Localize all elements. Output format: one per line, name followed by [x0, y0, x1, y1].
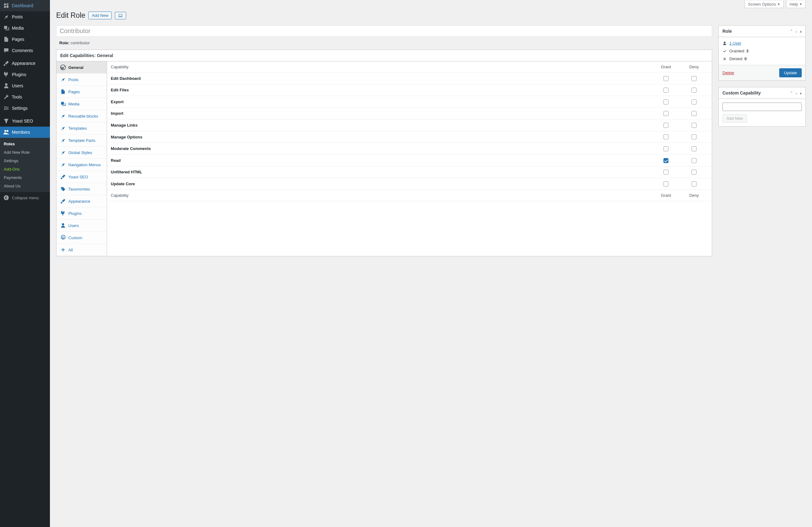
cap-tab-plugins[interactable]: Plugins: [57, 207, 107, 220]
cap-label: Manage Links: [111, 123, 652, 127]
sidebar-item-yoast-seo[interactable]: Yoast SEO: [0, 115, 50, 126]
cap-tab-media[interactable]: Media: [57, 98, 107, 110]
cap-tab-templates[interactable]: Templates: [57, 122, 107, 134]
cap-label: Unfiltered HTML: [111, 170, 652, 174]
sidebar-item-posts[interactable]: Posts: [0, 11, 50, 22]
cap-label: Read: [111, 158, 652, 163]
capabilities-title: Edit Capabilities: General: [57, 50, 712, 61]
cap-tab-custom[interactable]: Custom: [57, 232, 107, 244]
cap-row: Import: [107, 108, 712, 120]
custom-capability-input[interactable]: [722, 103, 802, 111]
grant-checkbox[interactable]: [664, 111, 668, 116]
submenu-item-settings[interactable]: Settings: [0, 156, 50, 165]
cap-row: Edit Dashboard: [107, 73, 712, 85]
sidebar-item-pages[interactable]: Pages: [0, 34, 50, 45]
sidebar-item-members[interactable]: Members: [0, 126, 50, 138]
cap-tab-global-styles[interactable]: Global Styles: [57, 147, 107, 159]
deny-checkbox[interactable]: [692, 158, 697, 163]
collapse-label: Collapse menu: [12, 196, 39, 200]
grant-checkbox[interactable]: [664, 134, 668, 139]
cap-tab-template-parts[interactable]: Template Parts: [57, 134, 107, 147]
role-name-input[interactable]: [56, 25, 712, 37]
submenu-item-payments[interactable]: Payments: [0, 174, 50, 182]
sidebar-item-settings[interactable]: Settings: [0, 103, 50, 114]
inbox-button[interactable]: [115, 12, 126, 19]
deny-checkbox[interactable]: [692, 123, 697, 128]
grant-checkbox[interactable]: [664, 123, 668, 128]
check-icon: [722, 49, 727, 53]
page-icon: [60, 89, 66, 94]
move-down-icon[interactable]: ⌄: [795, 91, 798, 95]
role-slug: Role: contributor: [56, 39, 712, 49]
submenu-item-about-us[interactable]: About Us: [0, 182, 50, 190]
delete-role-link[interactable]: Delete: [722, 71, 734, 75]
plug-icon: [3, 71, 9, 78]
capabilities-box: Edit Capabilities: General GeneralPostsP…: [56, 49, 712, 256]
sidebar-item-plugins[interactable]: Plugins: [0, 69, 50, 80]
toggle-icon[interactable]: ▴: [800, 29, 802, 33]
media-icon: [3, 25, 9, 31]
cap-label: Import: [111, 111, 652, 116]
add-new-role-button[interactable]: Add New: [88, 12, 112, 19]
grant-checkbox[interactable]: [664, 158, 668, 163]
deny-checkbox[interactable]: [692, 170, 697, 175]
cap-tab-navigation-menus[interactable]: Navigation Menus: [57, 159, 107, 171]
cap-tab-reusable-blocks[interactable]: Reusable blocks: [57, 110, 107, 122]
cap-row: Edit Files: [107, 85, 712, 96]
grant-checkbox[interactable]: [664, 181, 668, 186]
deny-checkbox[interactable]: [692, 88, 697, 93]
move-down-icon[interactable]: ⌄: [795, 29, 798, 33]
grant-checkbox[interactable]: [664, 170, 668, 175]
screen-options-tab[interactable]: Screen Options▼: [744, 1, 784, 8]
cap-tab-taxonomies[interactable]: Taxonomies: [57, 183, 107, 195]
grant-checkbox[interactable]: [664, 76, 668, 81]
pin-icon: [60, 77, 66, 82]
grant-checkbox[interactable]: [664, 100, 668, 104]
submenu-item-add-ons[interactable]: Add-Ons: [0, 165, 50, 174]
pin-icon: [3, 14, 9, 20]
users-icon: [3, 129, 9, 135]
move-up-icon[interactable]: ⌃: [790, 91, 793, 95]
add-capability-button[interactable]: Add New: [722, 114, 747, 123]
sidebar-item-comments[interactable]: Comments: [0, 45, 50, 56]
move-up-icon[interactable]: ⌃: [790, 29, 793, 33]
sidebar-item-media[interactable]: Media: [0, 22, 50, 34]
plus-icon: [60, 247, 66, 253]
sidebar-item-users[interactable]: Users: [0, 80, 50, 91]
cap-tab-general[interactable]: General: [57, 61, 107, 74]
cap-tab-yoast-seo[interactable]: Yoast SEO: [57, 171, 107, 183]
collapse-icon: [3, 195, 9, 201]
deny-checkbox[interactable]: [692, 76, 697, 81]
grant-checkbox[interactable]: [664, 146, 668, 151]
cap-tab-appearance[interactable]: Appearance: [57, 195, 107, 207]
cap-label: Moderate Comments: [111, 146, 652, 151]
sidebar-item-appearance[interactable]: Appearance: [0, 58, 50, 69]
update-role-button[interactable]: Update: [779, 68, 802, 77]
sidebar-item-tools[interactable]: Tools: [0, 91, 50, 103]
sidebar-item-dashboard[interactable]: Dashboard: [0, 0, 50, 11]
deny-checkbox[interactable]: [692, 111, 697, 116]
grant-checkbox[interactable]: [664, 88, 668, 93]
cap-row: Unfiltered HTML: [107, 166, 712, 178]
deny-checkbox[interactable]: [692, 134, 697, 139]
x-icon: [722, 57, 727, 61]
members-submenu: RolesAdd New RoleSettingsAdd-OnsPayments…: [0, 138, 50, 192]
deny-checkbox[interactable]: [692, 146, 697, 151]
help-tab[interactable]: Help▼: [786, 1, 806, 8]
cap-tab-all[interactable]: All: [57, 244, 107, 256]
cap-label: Update Core: [111, 181, 652, 186]
cap-tab-pages[interactable]: Pages: [57, 86, 107, 98]
submenu-item-roles[interactable]: Roles: [0, 140, 50, 148]
deny-checkbox[interactable]: [692, 100, 697, 104]
toggle-icon[interactable]: ▴: [800, 91, 802, 95]
custom-capability-postbox: Custom Capability ⌃ ⌄ ▴ Add New: [719, 87, 806, 126]
deny-checkbox[interactable]: [692, 181, 697, 186]
users-link[interactable]: 1 User: [729, 41, 741, 46]
pin-icon: [60, 125, 66, 131]
capability-tabs: GeneralPostsPagesMediaReusable blocksTem…: [57, 61, 107, 256]
collapse-menu[interactable]: Collapse menu: [0, 192, 50, 203]
cap-tab-users[interactable]: Users: [57, 220, 107, 232]
cap-tab-posts[interactable]: Posts: [57, 74, 107, 86]
submenu-item-add-new-role[interactable]: Add New Role: [0, 148, 50, 156]
user-icon: [60, 223, 66, 228]
